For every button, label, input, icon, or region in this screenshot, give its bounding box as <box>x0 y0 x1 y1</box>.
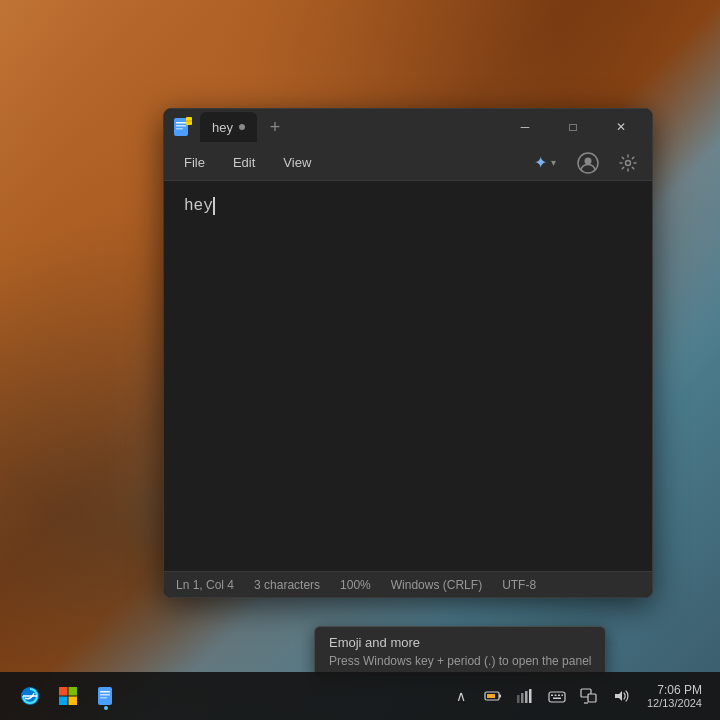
svg-rect-11 <box>69 687 78 696</box>
clock-date: 12/13/2024 <box>647 697 702 709</box>
status-bar: Ln 1, Col 4 3 characters 100% Windows (C… <box>164 571 652 597</box>
status-zoom[interactable]: 100% <box>340 578 371 592</box>
svg-rect-25 <box>549 692 565 702</box>
svg-rect-12 <box>59 697 68 706</box>
file-menu[interactable]: File <box>172 151 217 174</box>
tray-keyboard-icon[interactable] <box>543 682 571 710</box>
svg-marker-34 <box>615 691 622 701</box>
tab-area: hey + <box>200 112 494 142</box>
taskbar-left <box>12 678 124 714</box>
tab-unsaved-dot <box>239 124 245 130</box>
tooltip-title: Emoji and more <box>329 635 591 650</box>
system-tray: ∧ <box>447 682 635 710</box>
close-button[interactable]: ✕ <box>598 111 644 143</box>
copilot-icon: ✦ <box>534 153 547 172</box>
account-button[interactable] <box>572 147 604 179</box>
svg-rect-24 <box>529 689 532 703</box>
minimize-button[interactable]: ─ <box>502 111 548 143</box>
notepad-tab[interactable]: hey <box>200 112 257 142</box>
editor-text: hey <box>184 197 213 215</box>
status-encoding[interactable]: UTF-8 <box>502 578 536 592</box>
maximize-button[interactable]: □ <box>550 111 596 143</box>
svg-rect-2 <box>176 125 186 127</box>
status-position[interactable]: Ln 1, Col 4 <box>176 578 234 592</box>
svg-rect-13 <box>69 697 78 706</box>
tooltip-body: Press Windows key + period (.) to open t… <box>329 654 591 668</box>
svg-rect-22 <box>521 693 524 703</box>
menu-bar: File Edit View ✦ ▾ <box>164 145 652 181</box>
svg-rect-30 <box>553 698 561 700</box>
tray-volume-icon[interactable] <box>607 682 635 710</box>
status-characters[interactable]: 3 characters <box>254 578 320 592</box>
editor-area[interactable]: hey <box>164 181 652 571</box>
desktop: hey + ─ □ ✕ File Edit View ✦ ▾ <box>0 0 720 720</box>
copilot-button[interactable]: ✦ ▾ <box>526 149 564 176</box>
settings-button[interactable] <box>612 147 644 179</box>
svg-rect-28 <box>558 695 560 697</box>
title-bar: hey + ─ □ ✕ <box>164 109 652 145</box>
svg-rect-14 <box>98 687 112 705</box>
svg-point-8 <box>626 160 631 165</box>
edit-menu[interactable]: Edit <box>221 151 267 174</box>
tab-label: hey <box>212 120 233 135</box>
svg-rect-29 <box>561 695 563 697</box>
view-menu[interactable]: View <box>271 151 323 174</box>
tray-display-icon[interactable] <box>575 682 603 710</box>
svg-rect-16 <box>100 694 110 696</box>
taskbar-edge-icon[interactable] <box>12 678 48 714</box>
notepad-window: hey + ─ □ ✕ File Edit View ✦ ▾ <box>163 108 653 598</box>
editor-content: hey <box>184 197 632 215</box>
taskbar-right: ∧ <box>447 681 708 711</box>
tooltip-popup: Emoji and more Press Windows key + perio… <box>314 626 606 677</box>
svg-rect-20 <box>499 695 501 698</box>
tray-battery-icon[interactable] <box>479 682 507 710</box>
svg-point-7 <box>585 157 592 164</box>
window-controls: ─ □ ✕ <box>502 111 644 143</box>
svg-rect-1 <box>176 122 186 124</box>
svg-rect-17 <box>100 697 107 699</box>
clock-time: 7:06 PM <box>657 683 702 697</box>
status-line-ending[interactable]: Windows (CRLF) <box>391 578 482 592</box>
notepad-app-icon <box>172 117 192 137</box>
svg-rect-3 <box>176 128 183 130</box>
svg-rect-23 <box>525 691 528 703</box>
taskbar-windows-icon[interactable] <box>50 678 86 714</box>
svg-rect-19 <box>487 694 495 698</box>
menu-bar-right: ✦ ▾ <box>526 147 644 179</box>
svg-rect-27 <box>554 695 556 697</box>
svg-rect-15 <box>100 691 110 693</box>
tray-chevron-button[interactable]: ∧ <box>447 682 475 710</box>
chevron-icon: ▾ <box>551 157 556 168</box>
text-cursor <box>213 197 215 215</box>
taskbar-notepad-icon[interactable] <box>88 678 124 714</box>
svg-rect-32 <box>588 694 596 702</box>
new-tab-button[interactable]: + <box>261 113 289 141</box>
svg-rect-10 <box>59 687 68 696</box>
svg-rect-0 <box>174 118 188 136</box>
chevron-up-icon: ∧ <box>456 688 466 704</box>
tray-network-icon[interactable] <box>511 682 539 710</box>
system-clock[interactable]: 7:06 PM 12/13/2024 <box>641 681 708 711</box>
svg-rect-26 <box>551 695 553 697</box>
svg-rect-21 <box>517 695 520 703</box>
taskbar: ∧ <box>0 672 720 720</box>
